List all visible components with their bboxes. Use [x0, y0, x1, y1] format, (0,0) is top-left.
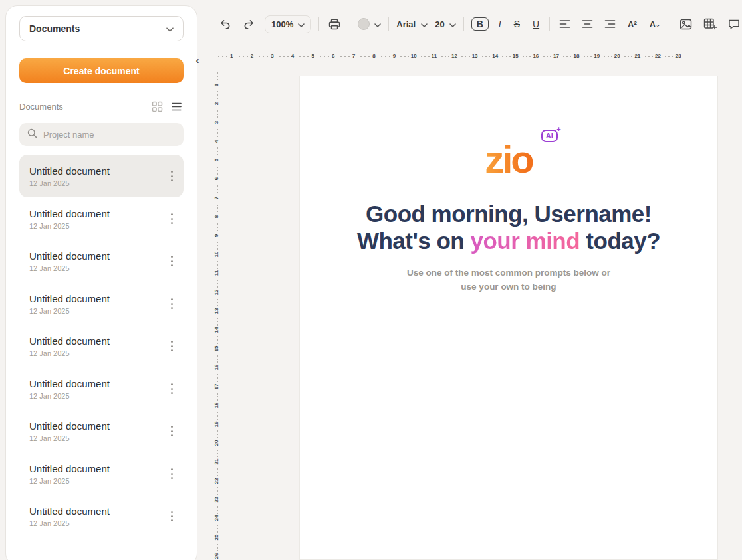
subtitle-line1: Use one of the most common prompts below… — [300, 266, 717, 280]
kebab-menu-icon[interactable] — [167, 252, 177, 270]
horizontal-ruler-mark: 8 — [358, 52, 378, 60]
document-list-item[interactable]: Untitled document 12 Jan 2025 — [19, 325, 184, 367]
horizontal-ruler-mark: 4 — [277, 52, 297, 60]
toolbar-divider — [388, 17, 389, 31]
bold-button[interactable]: B — [471, 17, 489, 31]
vertical-ruler-mark: 1 — [213, 70, 221, 89]
greeting-line1: Good morning, Username! — [300, 200, 717, 227]
align-center-button[interactable] — [580, 17, 595, 31]
undo-button[interactable] — [217, 17, 233, 32]
search-input-wrapper — [19, 123, 184, 146]
kebab-menu-icon[interactable] — [167, 337, 177, 355]
underline-button[interactable]: U — [530, 17, 542, 31]
horizontal-ruler-mark: 5 — [297, 52, 317, 60]
horizontal-ruler-mark: 22 — [642, 52, 663, 60]
ai-badge-plus: + — [556, 126, 560, 133]
horizontal-ruler-mark: 18 — [561, 52, 582, 60]
print-button[interactable] — [326, 17, 342, 32]
horizontal-ruler-mark: 15 — [500, 52, 521, 60]
color-swatch-icon — [358, 18, 370, 30]
kebab-menu-icon[interactable] — [167, 295, 177, 313]
align-left-button[interactable] — [557, 17, 572, 31]
horizontal-ruler-mark: 17 — [541, 52, 562, 60]
greeting-subtitle: Use one of the most common prompts below… — [300, 266, 717, 294]
kebab-menu-icon[interactable] — [167, 210, 177, 228]
vertical-ruler-mark: 8 — [213, 203, 221, 221]
document-list: Untitled document 12 Jan 2025 Untitled d… — [19, 155, 184, 537]
zoom-dropdown[interactable]: 100% — [265, 15, 311, 33]
vertical-ruler-mark: 23 — [213, 486, 221, 504]
greeting-heading: Good morning, Username! What's on your m… — [300, 200, 717, 255]
document-title: Untitled document — [29, 463, 110, 474]
document-list-item[interactable]: Untitled document 12 Jan 2025 — [19, 197, 184, 240]
vertical-ruler-mark: 20 — [213, 428, 221, 447]
vertical-ruler-mark: 15 — [213, 334, 221, 353]
redo-button[interactable] — [241, 17, 257, 32]
documents-list-header: Documents — [19, 100, 184, 114]
text-color-dropdown[interactable] — [358, 18, 381, 30]
kebab-menu-icon[interactable] — [167, 167, 177, 185]
document-title: Untitled document — [29, 420, 110, 432]
document-list-item[interactable]: Untitled document 12 Jan 2025 — [19, 495, 184, 537]
align-right-button[interactable] — [602, 17, 618, 31]
superscript-button[interactable]: A² — [625, 18, 640, 31]
greeting-line2: What's on your mind today? — [300, 227, 717, 254]
kebab-menu-icon[interactable] — [167, 508, 177, 525]
list-view-icon[interactable] — [170, 100, 184, 113]
document-list-item[interactable]: Untitled document 12 Jan 2025 — [19, 282, 184, 325]
italic-button[interactable]: I — [496, 17, 504, 31]
vertical-ruler-mark: 5 — [213, 146, 221, 165]
vertical-ruler-mark: 2 — [213, 89, 221, 108]
comment-icon[interactable] — [726, 17, 742, 31]
document-text: Untitled document 12 Jan 2025 — [29, 293, 110, 315]
chevron-down-icon — [374, 19, 381, 29]
document-list-item[interactable]: Untitled document 12 Jan 2025 — [19, 410, 184, 452]
toolbar-divider — [350, 17, 350, 31]
document-list-item[interactable]: Untitled document 12 Jan 2025 — [19, 367, 184, 410]
document-text: Untitled document 12 Jan 2025 — [29, 420, 110, 442]
zio-logo-text: zio — [485, 138, 533, 181]
vertical-ruler-mark: 21 — [213, 448, 221, 466]
documents-dropdown[interactable]: Documents — [19, 16, 184, 41]
horizontal-ruler[interactable]: 1234567891011121314151617181920212223 — [215, 52, 685, 60]
toolbar-divider — [549, 17, 550, 31]
vertical-ruler-mark: 12 — [213, 278, 221, 296]
horizontal-ruler-mark: 6 — [317, 52, 338, 60]
vertical-ruler-mark: 26 — [213, 542, 221, 560]
search-input[interactable] — [43, 130, 176, 140]
vertical-ruler-mark: 24 — [213, 504, 221, 523]
grid-view-icon[interactable] — [150, 100, 164, 114]
vertical-ruler[interactable]: 1234567891011121314151617181920212223242… — [213, 70, 221, 560]
view-toggles — [150, 100, 184, 114]
insert-image-button[interactable] — [678, 17, 694, 32]
document-list-item[interactable]: Untitled document 12 Jan 2025 — [19, 155, 184, 197]
strikethrough-button[interactable]: S — [511, 17, 523, 31]
document-title: Untitled document — [29, 293, 110, 304]
document-text: Untitled document 12 Jan 2025 — [29, 165, 110, 187]
toolbar-divider — [670, 17, 670, 31]
kebab-menu-icon[interactable] — [167, 422, 177, 440]
document-list-item[interactable]: Untitled document 12 Jan 2025 — [19, 240, 184, 282]
subscript-button[interactable]: A₂ — [647, 18, 662, 31]
document-date: 12 Jan 2025 — [29, 349, 110, 357]
toolbar: 100% Arial 20 B I S U A² A₂ — [217, 12, 742, 36]
document-list-item[interactable]: Untitled document 12 Jan 2025 — [19, 452, 184, 495]
vertical-ruler-mark: 7 — [213, 183, 221, 202]
document-date: 12 Jan 2025 — [29, 222, 110, 230]
create-document-button[interactable]: Create document — [19, 58, 184, 83]
sidebar-collapse-button[interactable]: ‹ — [192, 53, 203, 66]
document-title: Untitled document — [29, 165, 110, 177]
vertical-ruler-mark: 13 — [213, 297, 221, 316]
chevron-down-icon — [449, 19, 456, 29]
kebab-menu-icon[interactable] — [167, 380, 177, 398]
zio-logo: zio AI + — [485, 140, 533, 179]
kebab-menu-icon[interactable] — [167, 465, 177, 483]
horizontal-ruler-mark: 19 — [582, 52, 602, 60]
horizontal-ruler-mark: 7 — [338, 52, 358, 60]
font-size-dropdown[interactable]: 20 — [435, 19, 455, 29]
vertical-ruler-mark: 9 — [213, 221, 221, 240]
insert-table-button[interactable] — [701, 16, 719, 32]
sidebar: Documents Create document Documents Unti… — [5, 5, 197, 560]
font-family-dropdown[interactable]: Arial — [396, 19, 428, 29]
document-page[interactable]: zio AI + Good morning, Username! What's … — [299, 76, 718, 560]
